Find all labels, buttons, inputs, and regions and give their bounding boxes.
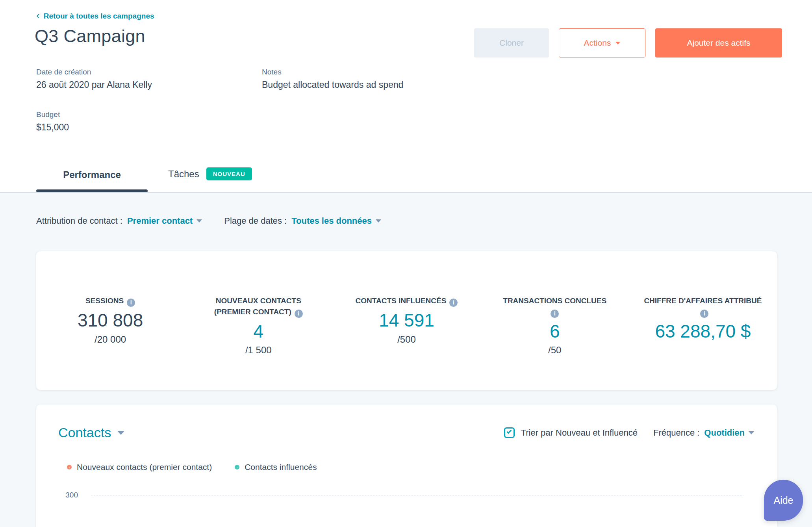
created-date-field: Date de création 26 août 2020 par Alana … bbox=[36, 68, 152, 90]
frequency-dropdown[interactable]: Quotidien bbox=[704, 428, 754, 438]
created-date-value: 26 août 2020 par Alana Kelly bbox=[36, 80, 152, 90]
chevron-left-icon: ‹ bbox=[36, 12, 40, 19]
campaign-detail-page: ‹ Retour à toutes les campagnes Q3 Campa… bbox=[0, 0, 812, 527]
tab-tasks[interactable]: Tâches NOUVEAU bbox=[168, 167, 252, 192]
sort-checkbox[interactable] bbox=[504, 427, 515, 438]
performance-tab-content: Attribution de contact : Premier contact… bbox=[0, 193, 812, 527]
legend-item-influenced-contacts[interactable]: Contacts influencés bbox=[235, 462, 317, 472]
tab-performance[interactable]: Performance bbox=[36, 169, 148, 192]
page-title: Q3 Campaign bbox=[35, 26, 145, 46]
attribution-dropdown-value: Premier contact bbox=[127, 216, 193, 226]
contacts-chart-card: Contacts Trier par Nouveau et Influencé … bbox=[36, 405, 777, 527]
stat-influenced-contacts-goal: /500 bbox=[332, 334, 480, 345]
stat-new-contacts-label: NOUVEAUX CONTACTS (PREMIER CONTACT)i bbox=[197, 295, 321, 318]
stat-new-contacts: NOUVEAUX CONTACTS (PREMIER CONTACT)i 4 /… bbox=[184, 295, 332, 390]
sort-checkbox-label: Trier par Nouveau et Influencé bbox=[521, 428, 638, 438]
stat-attributed-revenue: CHIFFRE D'AFFAIRES ATTRIBUÉi 63 288,70 $ bbox=[629, 295, 777, 390]
chevron-down-icon bbox=[749, 431, 754, 434]
budget-value: $15,000 bbox=[36, 122, 69, 133]
stat-influenced-contacts: CONTACTS INFLUENCÉSi 14 591 /500 bbox=[332, 295, 480, 390]
kpi-summary-card: SESSIONSi 310 808 /20 000 NOUVEAUX CONTA… bbox=[36, 251, 777, 390]
stat-influenced-contacts-value: 14 591 bbox=[332, 310, 480, 331]
stat-closed-deals-value: 6 bbox=[481, 321, 629, 342]
attribution-filter-label: Attribution de contact : bbox=[36, 216, 122, 226]
info-icon-row: i bbox=[493, 306, 617, 318]
back-to-campaigns-link[interactable]: ‹ Retour à toutes les campagnes bbox=[36, 12, 154, 20]
header-action-buttons: Cloner Actions Ajouter des actifs bbox=[474, 28, 782, 58]
stat-closed-deals-goal: /50 bbox=[481, 345, 629, 356]
stat-influenced-contacts-label: CONTACTS INFLUENCÉSi bbox=[345, 295, 469, 307]
checkmark-icon bbox=[506, 429, 512, 434]
stat-label-text: NOUVEAUX CONTACTS (PREMIER CONTACT) bbox=[214, 297, 301, 316]
chevron-down-icon bbox=[615, 42, 620, 45]
frequency-dropdown-value: Quotidien bbox=[704, 428, 745, 438]
info-icon[interactable]: i bbox=[551, 310, 559, 318]
help-button[interactable]: Aide bbox=[764, 480, 803, 521]
legend-label: Nouveaux contacts (premier contact) bbox=[77, 462, 212, 472]
page-header: ‹ Retour à toutes les campagnes Q3 Campa… bbox=[0, 0, 812, 193]
back-link-label: Retour à toutes les campagnes bbox=[44, 12, 154, 20]
stat-sessions-value: 310 808 bbox=[36, 310, 184, 331]
stat-label-text: CHIFFRE D'AFFAIRES ATTRIBUÉ bbox=[644, 297, 762, 305]
stat-sessions-goal: /20 000 bbox=[36, 334, 184, 345]
tab-bar: Performance Tâches NOUVEAU bbox=[36, 167, 252, 192]
info-icon[interactable]: i bbox=[127, 299, 135, 307]
budget-label: Budget bbox=[36, 110, 69, 119]
tab-performance-label: Performance bbox=[63, 169, 121, 180]
stat-label-text: TRANSACTIONS CONCLUES bbox=[503, 297, 606, 305]
legend-marker-icon bbox=[235, 465, 239, 469]
date-range-dropdown[interactable]: Toutes les données bbox=[291, 216, 381, 226]
contacts-metric-dropdown[interactable]: Contacts bbox=[58, 425, 124, 440]
stat-label-text: CONTACTS INFLUENCÉS bbox=[356, 297, 447, 305]
stat-closed-deals-label: TRANSACTIONS CONCLUES i bbox=[493, 295, 617, 318]
stat-attributed-revenue-label: CHIFFRE D'AFFAIRES ATTRIBUÉi bbox=[641, 295, 765, 318]
notes-field: Notes Budget allocated towards ad spend bbox=[262, 68, 403, 90]
gridline bbox=[91, 495, 743, 495]
legend-marker-icon bbox=[67, 465, 72, 469]
report-filters: Attribution de contact : Premier contact… bbox=[36, 216, 381, 226]
budget-field: Budget $15,000 bbox=[36, 110, 69, 133]
info-icon[interactable]: i bbox=[700, 310, 708, 318]
notes-value: Budget allocated towards ad spend bbox=[262, 80, 403, 90]
add-assets-button[interactable]: Ajouter des actifs bbox=[655, 28, 782, 58]
chevron-down-icon bbox=[197, 219, 202, 223]
stat-sessions-label: SESSIONSi bbox=[48, 295, 172, 307]
legend-item-new-contacts[interactable]: Nouveaux contacts (premier contact) bbox=[67, 462, 212, 472]
frequency-label: Fréquence : bbox=[653, 428, 699, 438]
clone-button[interactable]: Cloner bbox=[474, 28, 549, 58]
actions-dropdown-button[interactable]: Actions bbox=[559, 28, 645, 58]
contacts-title-label: Contacts bbox=[58, 425, 111, 440]
chart-legend: Nouveaux contacts (premier contact) Cont… bbox=[67, 462, 777, 472]
stat-closed-deals: TRANSACTIONS CONCLUES i 6 /50 bbox=[481, 295, 629, 390]
tab-tasks-label: Tâches bbox=[168, 169, 199, 180]
stat-attributed-revenue-value: 63 288,70 $ bbox=[629, 321, 777, 342]
date-range-dropdown-value: Toutes les données bbox=[291, 216, 372, 226]
info-icon[interactable]: i bbox=[449, 299, 458, 307]
stat-new-contacts-goal: /1 500 bbox=[184, 345, 332, 356]
notes-label: Notes bbox=[262, 68, 403, 76]
contacts-chart-header: Contacts Trier par Nouveau et Influencé … bbox=[36, 405, 777, 440]
contacts-chart-controls: Trier par Nouveau et Influencé Fréquence… bbox=[504, 427, 754, 438]
frequency-control: Fréquence : Quotidien bbox=[653, 428, 754, 438]
date-range-filter-label: Plage de dates : bbox=[224, 216, 287, 226]
info-icon[interactable]: i bbox=[295, 310, 303, 318]
stat-sessions: SESSIONSi 310 808 /20 000 bbox=[36, 295, 184, 390]
stat-new-contacts-value: 4 bbox=[184, 321, 332, 342]
chart-y-axis-row: 300 bbox=[60, 491, 743, 499]
created-date-label: Date de création bbox=[36, 68, 152, 76]
attribution-dropdown[interactable]: Premier contact bbox=[127, 216, 202, 226]
actions-button-label: Actions bbox=[584, 38, 611, 48]
active-tab-indicator bbox=[36, 189, 148, 192]
chevron-down-icon bbox=[117, 431, 124, 435]
stat-label-text: SESSIONS bbox=[85, 297, 124, 305]
new-badge: NOUVEAU bbox=[206, 167, 252, 180]
chevron-down-icon bbox=[376, 219, 381, 223]
legend-label: Contacts influencés bbox=[245, 462, 317, 472]
y-axis-tick-label: 300 bbox=[60, 491, 78, 499]
